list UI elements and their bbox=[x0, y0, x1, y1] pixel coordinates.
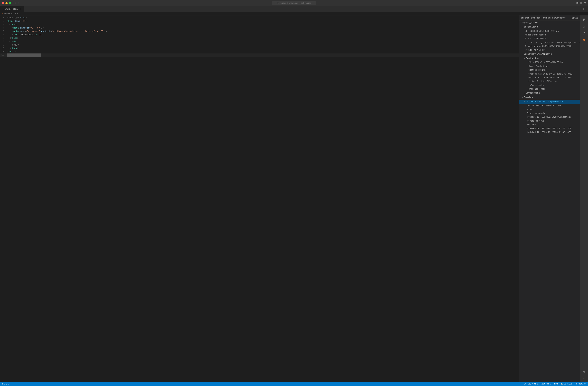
chevron-down-domains-icon: ▾ bbox=[522, 96, 523, 99]
prettier-label: Prettier bbox=[576, 383, 586, 385]
development-label: Development bbox=[525, 91, 541, 95]
prod-id: ID: 6533092c1a79370012cffb24 bbox=[528, 61, 580, 64]
language-item[interactable]: HTML bbox=[554, 383, 559, 385]
breadcrumb-more[interactable]: ... bbox=[19, 13, 22, 15]
error-count: 0 bbox=[4, 383, 5, 385]
prod-name: Name: Production bbox=[528, 65, 580, 68]
tab-more: ≡ ··· bbox=[582, 7, 588, 11]
svg-point-1 bbox=[583, 26, 585, 27]
svg-line-2 bbox=[585, 27, 585, 28]
back-button[interactable]: ‹ bbox=[14, 1, 17, 5]
statusbar-right: Ln 12, Col 1 Spaces: 2 HTML 📡 Go Live ✦ … bbox=[524, 383, 586, 385]
prod-updated: Updated At: 2023-10-20T23:11:40.071Z bbox=[528, 76, 580, 80]
spaces-label: Spaces: 2 bbox=[541, 383, 551, 385]
account-icon[interactable] bbox=[581, 369, 587, 375]
chevron-down-project-icon: ▾ bbox=[522, 26, 523, 28]
tree-container[interactable]: ▾ vegeta_unfold ▾ portfolioV3 ID: 653309… bbox=[519, 21, 580, 382]
project-props: ID: 6533092c1a79370012cffb27 Name: portf… bbox=[519, 29, 580, 52]
spaces-item[interactable]: Spaces: 2 bbox=[541, 383, 551, 385]
refresh-button[interactable]: Refresh bbox=[571, 17, 578, 19]
code-line-1: 1 <!doctype html> bbox=[0, 16, 519, 20]
line-number-7: 7 bbox=[0, 37, 7, 40]
position-item[interactable]: Ln 12, Col 1 bbox=[524, 383, 538, 385]
go-live-item[interactable]: 📡 Go Live bbox=[561, 383, 572, 385]
maximize-button[interactable] bbox=[9, 2, 11, 4]
line-content-1: <!doctype html> bbox=[7, 16, 519, 20]
source-control-icon[interactable] bbox=[581, 30, 587, 37]
line-number-4: 4 bbox=[0, 26, 7, 30]
minimize-button[interactable] bbox=[5, 2, 8, 4]
line-content-2: <html lang="en"> bbox=[7, 20, 519, 23]
spheron-explorer-panel: SPHERON EXPLORER: SPHERON DEPLOYMENTS Re… bbox=[519, 15, 580, 382]
domain-type: Type: subdomain bbox=[527, 112, 580, 115]
go-live-label: Go Live bbox=[564, 383, 572, 385]
panel-header: SPHERON EXPLORER: SPHERON DEPLOYMENTS Re… bbox=[519, 15, 580, 21]
line-content-3: <head> bbox=[7, 23, 519, 26]
breadcrumb-filename[interactable]: index.html bbox=[4, 13, 16, 15]
language-label: HTML bbox=[554, 383, 559, 385]
project-url: Url: https://github.com/akathecoder/port… bbox=[525, 41, 580, 45]
line-number-8: 8 bbox=[0, 40, 7, 43]
tree-project[interactable]: ▾ portfolioV3 bbox=[519, 25, 580, 29]
line-content-12 bbox=[7, 53, 519, 57]
files-icon[interactable] bbox=[581, 17, 587, 23]
line-content-11: </html> bbox=[7, 50, 519, 53]
domain-version: Version: 2 bbox=[527, 123, 580, 127]
production-label: Production bbox=[525, 57, 539, 60]
tab-list-button[interactable]: ≡ bbox=[582, 7, 584, 11]
line-content-5: <meta name="viewport" content="width=dev… bbox=[7, 30, 519, 33]
traffic-lights bbox=[2, 2, 11, 4]
search-icon[interactable] bbox=[581, 23, 587, 30]
panel-title: SPHERON EXPLORER: SPHERON DEPLOYMENTS bbox=[521, 17, 566, 19]
error-icon: ⊘ bbox=[2, 383, 3, 385]
spheron-icon[interactable] bbox=[581, 37, 587, 43]
line-number-11: 11 bbox=[0, 50, 7, 53]
domain-project-id: Project ID: 6533092c1a79370012cffb27 bbox=[527, 115, 580, 119]
code-editor[interactable]: 1 <!doctype html> 2 <html lang="en"> 3 <… bbox=[0, 15, 519, 382]
code-line-8: 8 <body> bbox=[0, 40, 519, 43]
deployment-envs-label: DeploymentEnvironments bbox=[523, 52, 552, 56]
tab-index-html[interactable]: ◇ index.html × bbox=[0, 6, 24, 12]
tree-development[interactable]: › Development bbox=[519, 91, 580, 95]
tree-domain-item[interactable]: ▾ portfoliov3-15ed12.spheron.app bbox=[519, 100, 580, 104]
search-input[interactable] bbox=[272, 1, 316, 5]
forward-button[interactable]: › bbox=[17, 1, 20, 5]
code-line-6: 6 <title>Document</title> bbox=[0, 33, 519, 37]
line-number-5: 5 bbox=[0, 30, 7, 33]
domains-label: Domains bbox=[523, 96, 534, 99]
split-editor-button[interactable]: ⊞ bbox=[576, 1, 579, 5]
tab-close-button[interactable]: × bbox=[20, 8, 21, 10]
line-number-3: 3 bbox=[0, 23, 7, 26]
line-number-10: 10 bbox=[0, 47, 7, 50]
close-button[interactable] bbox=[2, 2, 4, 4]
domain-created: Created At: 2023-10-20T23:11:40.137Z bbox=[527, 127, 580, 131]
project-state: State: MAINTAINED bbox=[525, 37, 580, 41]
line-content-6: <title>Document</title> bbox=[7, 33, 519, 37]
tree-root[interactable]: ▾ vegeta_unfold bbox=[519, 21, 580, 25]
chevron-down-deployments-icon: ▾ bbox=[522, 53, 523, 55]
errors-item[interactable]: ⊘ 0 ⚠ 0 bbox=[2, 383, 9, 385]
code-line-11: 11 </html> bbox=[0, 50, 519, 53]
settings-icon[interactable] bbox=[581, 376, 587, 382]
layout-button[interactable]: ▤ bbox=[580, 1, 582, 5]
tree-deployment-envs[interactable]: ▾ DeploymentEnvironments bbox=[519, 52, 580, 56]
statusbar: ⊘ 0 ⚠ 0 Ln 12, Col 1 Spaces: 2 HTML 📡 Go… bbox=[0, 382, 588, 386]
root-label: vegeta_unfold bbox=[521, 21, 539, 25]
domain-props: ID: 6533092c1a79370012cffb28 Link: Type:… bbox=[519, 104, 580, 134]
tree-production[interactable]: ▾ Production bbox=[519, 56, 580, 61]
line-content-9: Hello bbox=[7, 43, 519, 47]
prettier-icon: ✦ bbox=[574, 383, 575, 385]
prettier-item[interactable]: ✦ Prettier bbox=[574, 383, 586, 385]
svg-point-7 bbox=[583, 371, 585, 372]
svg-point-6 bbox=[583, 40, 585, 41]
titlebar-nav: ‹ › bbox=[14, 1, 20, 5]
tab-label: index.html bbox=[5, 8, 18, 10]
tree-domains[interactable]: ▾ Domains bbox=[519, 95, 580, 100]
tab-actions-button[interactable]: ··· bbox=[585, 7, 587, 11]
grid-button[interactable]: ⊟ bbox=[584, 1, 586, 5]
titlebar-title bbox=[272, 1, 316, 5]
warning-icon: ⚠ bbox=[6, 383, 7, 385]
position-label: Ln 12, Col 1 bbox=[524, 383, 538, 385]
line-content-4: <meta charset="UTF-8" /> bbox=[7, 26, 519, 30]
radio-icon: 📡 bbox=[561, 383, 563, 385]
